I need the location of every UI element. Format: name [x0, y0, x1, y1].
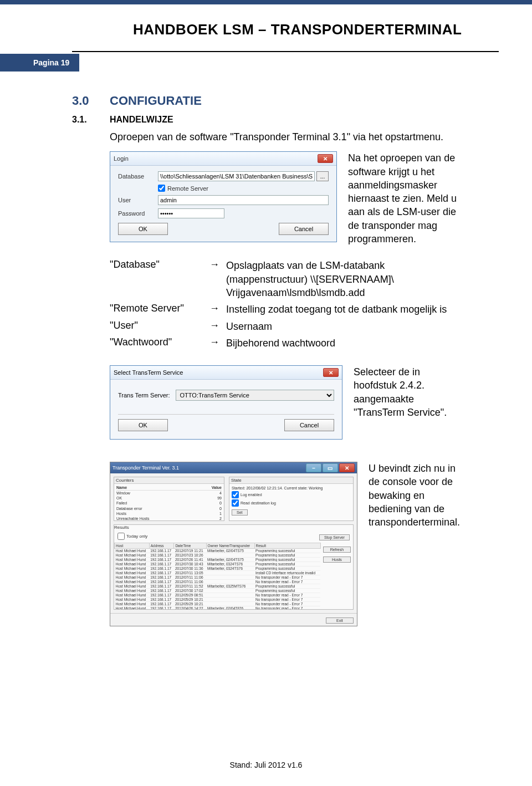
state-header: State — [229, 477, 353, 484]
console-description: U bevindt zich nu in de console voor de … — [369, 462, 460, 529]
hosts-button[interactable]: Hosts — [323, 557, 351, 563]
close-icon[interactable]: ✕ — [318, 154, 333, 163]
table-header: DateTime — [174, 543, 206, 549]
table-row[interactable]: Host Michael Hund192.168.1.172012/07/11 … — [115, 580, 321, 584]
section-number: 3.0 — [72, 94, 100, 108]
results-panel: Results Today only Stop Server HostAddre… — [114, 524, 354, 610]
table-row[interactable]: Host Michael Hund192.168.1.172012/07/11 … — [115, 575, 321, 580]
cancel-button[interactable]: Cancel — [284, 419, 334, 431]
arrow-icon: → — [209, 259, 226, 299]
subsection-number: 3.1. — [72, 115, 100, 125]
arrow-icon: → — [209, 336, 226, 350]
table-row[interactable]: Host Michael Hund192.168.1.172012/07/23 … — [115, 553, 321, 558]
counter-row: Unreachable Hosts2 — [116, 516, 222, 521]
console-title: Transponder Terminal Ver. 3.1 — [112, 465, 179, 471]
remote-server-checkbox[interactable] — [158, 185, 165, 192]
def-value: Usernaam — [226, 320, 460, 333]
counters-header: Counters — [114, 477, 224, 484]
counter-row: OK99 — [116, 496, 222, 501]
password-label: Password — [118, 210, 158, 217]
table-header: Address — [149, 543, 174, 549]
top-stripe — [0, 0, 532, 4]
user-label: User — [118, 197, 158, 203]
counters-col-value: Value — [212, 485, 222, 490]
select-dialog-title: Select TransTerm Service — [114, 369, 183, 376]
counter-row: Database error0 — [116, 506, 222, 511]
transterm-server-select[interactable]: OTTO:TransTerm Service — [176, 390, 334, 401]
refresh-button[interactable]: Refresh — [323, 547, 351, 553]
document-title: HANDBOEK LSM – TRANSPONDERTERMINAL — [133, 21, 532, 38]
def-value: Instelling zodat toegang tot de datbank … — [226, 303, 460, 316]
table-row[interactable]: Host Michael Hund192.168.1.172012/07/30 … — [115, 566, 321, 571]
table-row[interactable]: Host Michael Hund192.168.1.172012/05/29 … — [115, 593, 321, 598]
ok-button[interactable]: OK — [118, 223, 168, 235]
login-dialog-title: Login — [114, 155, 129, 162]
table-row[interactable]: Host Michael Hund192.168.1.172012/07/11 … — [115, 584, 321, 589]
select-transterm-dialog: Select TransTerm Service ✕ Trans Term Se… — [110, 365, 342, 440]
password-input[interactable] — [158, 208, 224, 218]
read-dest-checkbox[interactable] — [232, 499, 239, 507]
database-label: Database — [118, 173, 158, 180]
arrow-icon: → — [209, 303, 226, 316]
today-only-label: Today only — [126, 534, 147, 539]
ok-button[interactable]: OK — [118, 419, 168, 431]
def-value: Opslagplaats van de LSM-databank (mappen… — [226, 259, 460, 299]
counters-col-name: Name — [116, 485, 127, 490]
section-title: CONFIGURATIE — [110, 94, 202, 108]
stop-server-button[interactable]: Stop Server — [319, 534, 350, 540]
log-enabled-checkbox[interactable] — [232, 491, 239, 498]
counters-panel: Counters Name Value Window4OK99Failed0Da… — [114, 477, 224, 521]
def-key: "Database" — [110, 259, 209, 299]
read-dest-label: Read destination log — [241, 501, 276, 505]
cancel-button[interactable]: Cancel — [279, 223, 329, 235]
intro-text: Oproepen van de software "Transponder Te… — [110, 130, 460, 144]
title-underline — [72, 51, 499, 52]
log-enabled-label: Log enabled — [241, 493, 262, 497]
table-row[interactable]: Host Michael Hund192.168.1.172012/05/29 … — [115, 602, 321, 606]
header-region: HANDBOEK LSM – TRANSPONDERTERMINAL Pagin… — [0, 4, 532, 72]
counter-row: Hosts1 — [116, 511, 222, 516]
today-only-checkbox[interactable] — [117, 533, 125, 540]
login-description: Na het oproepen van de software krijgt u… — [348, 151, 460, 246]
definitions-list: "Database" → Opslagplaats van de LSM-dat… — [110, 259, 460, 350]
close-icon[interactable]: ✕ — [339, 463, 355, 472]
remote-server-label: Remote Server — [167, 185, 208, 192]
maximize-icon[interactable]: ▭ — [323, 463, 338, 472]
user-input[interactable] — [158, 195, 329, 205]
def-key: "User" — [110, 320, 209, 333]
content-area: 3.0 CONFIGURATIE 3.1. HANDELWIJZE Oproep… — [72, 94, 460, 626]
footer-text: Stand: Juli 2012 v1.6 — [0, 761, 532, 769]
database-input[interactable] — [158, 171, 315, 181]
table-row[interactable]: Host Michael Hund192.168.1.172012/07/30 … — [115, 589, 321, 593]
transterm-server-label: Trans Term Server: — [118, 392, 170, 399]
results-table: HostAddressDateTimeOwner Name/Transponde… — [114, 543, 321, 609]
table-row[interactable]: Host Michael Hund192.168.1.172012/07/19 … — [115, 549, 321, 553]
def-value: Bijbehorend wachtwoord — [226, 336, 460, 350]
exit-button[interactable]: Exit — [326, 617, 354, 624]
state-text: Started: 2012/08/02 12:21:14. Current st… — [232, 486, 351, 490]
state-panel: State Started: 2012/08/02 12:21:14. Curr… — [229, 477, 354, 521]
subsection-title: HANDELWIJZE — [110, 115, 173, 125]
counter-row: Window4 — [116, 491, 222, 496]
set-button[interactable]: Set — [232, 509, 248, 516]
page-badge: Pagina 19 — [0, 54, 79, 72]
table-header: Host — [115, 543, 150, 549]
def-key: "Wachtwoord" — [110, 336, 209, 350]
def-key: "Remote Server" — [110, 303, 209, 316]
close-icon[interactable]: ✕ — [323, 368, 339, 377]
table-header: Owner Name/Transponder — [206, 543, 254, 549]
counter-row: Failed0 — [116, 501, 222, 506]
minimize-icon[interactable]: – — [306, 463, 321, 472]
table-row[interactable]: Host Michael Hund192.168.1.172012/07/30 … — [115, 562, 321, 566]
console-window: Transponder Terminal Ver. 3.1 – ▭ ✕ Coun… — [110, 462, 357, 626]
select-description: Selecteer de in hoofdstuk 2.4.2. aangema… — [354, 365, 460, 419]
table-row[interactable]: Host Michael Hund192.168.1.172012/05/29 … — [115, 598, 321, 602]
login-dialog: Login ✕ Database ... Remote Server User — [110, 151, 337, 242]
table-row[interactable]: Host Michael Hund192.168.1.172012/07/11 … — [115, 571, 321, 575]
arrow-icon: → — [209, 320, 226, 333]
table-header: Result — [254, 543, 320, 549]
table-row[interactable]: Host Michael Hund192.168.1.172012/04/26 … — [115, 606, 321, 610]
browse-button[interactable]: ... — [316, 171, 329, 181]
table-row[interactable]: Host Michael Hund192.168.1.172012/07/26 … — [115, 558, 321, 562]
results-header: Results — [114, 525, 353, 530]
